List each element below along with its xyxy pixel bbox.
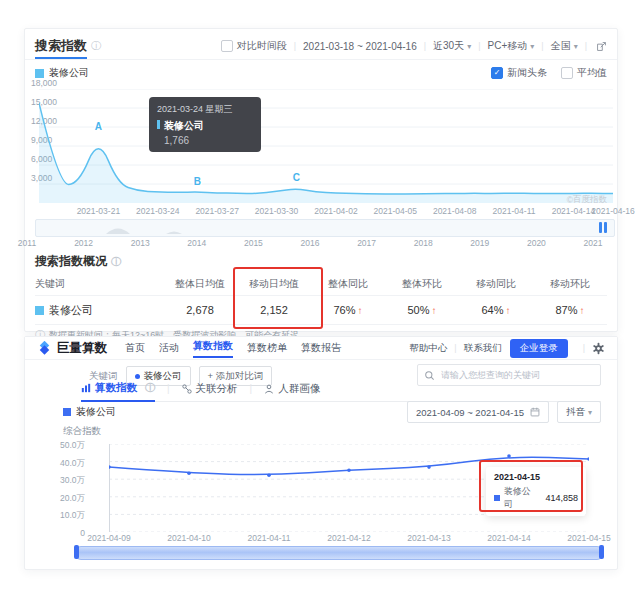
tab-relation[interactable]: 关联分析 xyxy=(182,382,238,401)
date-range-picker[interactable]: 2021-04-09 ~ 2021-04-15 xyxy=(407,401,549,423)
info-icon: ⓘ xyxy=(111,255,121,269)
keyword-cell: 装修公司 xyxy=(35,303,163,318)
chevron-down-icon: ▾ xyxy=(467,42,471,51)
series-legend[interactable]: 装修公司 xyxy=(63,405,116,419)
person-icon xyxy=(264,384,274,394)
nav-item-index[interactable]: 算数指数 xyxy=(193,339,233,358)
ocean-engine-logo xyxy=(37,341,52,356)
ocean-header: 巨量算数 首页 活动 算数指数 算数榜单 算数报告 帮助中心 | 联系我们 企业… xyxy=(25,337,617,360)
help-center-link[interactable]: 帮助中心 xyxy=(409,342,447,355)
mobile-avg-cell: 2,152 xyxy=(237,304,311,316)
table-row[interactable]: 装修公司 2,678 2,152 76%↑ 50%↑ 64%↑ 87%↑ xyxy=(35,296,607,325)
overall-avg-cell: 2,678 xyxy=(163,304,237,316)
mobile-yoy-cell: 64%↑ xyxy=(459,304,533,316)
svg-text:A: A xyxy=(95,121,102,132)
up-arrow-icon: ↑ xyxy=(358,305,363,316)
nav-item-activity[interactable]: 活动 xyxy=(159,341,179,355)
svg-text:B: B xyxy=(194,176,201,187)
overall-yoy-cell: 76%↑ xyxy=(311,304,385,316)
tab-index[interactable]: 算数指数ⓘ xyxy=(81,381,155,402)
watermark: ©百度指数 xyxy=(567,194,607,206)
brand-name: 巨量算数 xyxy=(57,340,107,357)
platform-select[interactable]: 抖音▾ xyxy=(557,401,601,423)
brush-handle-right[interactable] xyxy=(599,545,604,559)
nav-item-reports[interactable]: 算数报告 xyxy=(301,341,341,355)
nav-item-home[interactable]: 首页 xyxy=(125,341,145,355)
tab-audience[interactable]: 人群画像 xyxy=(264,382,320,401)
contact-us-link[interactable]: 联系我们 xyxy=(464,342,502,355)
chart-legend-row: 装修公司 ✓新闻头条 平均值 xyxy=(35,66,607,80)
chevron-down-icon: ▾ xyxy=(574,42,578,51)
timeline-handle[interactable] xyxy=(599,222,607,233)
login-button[interactable]: 企业登录 xyxy=(510,339,568,358)
period-select[interactable]: 近30天▾ xyxy=(433,39,471,53)
baidu-title-tab[interactable]: 搜索指数 ⓘ xyxy=(35,37,101,55)
search-index-chart[interactable]: ABC xyxy=(39,89,613,203)
date-range-picker[interactable]: 2021-03-18 ~ 2021-04-16 xyxy=(303,41,417,52)
checked-checkbox-icon: ✓ xyxy=(491,67,503,79)
brush-handle-left[interactable] xyxy=(74,545,79,559)
page: 搜索指数 ⓘ 对比时间段 | 2021-03-18 ~ 2021-04-16 |… xyxy=(0,0,640,596)
chart-tooltip: 2021-04-15 装修公司 414,858 xyxy=(486,467,586,516)
tooltip-series: 装修公司 xyxy=(157,119,253,133)
info-icon: ⓘ xyxy=(91,39,101,53)
radio-dot-icon xyxy=(135,374,140,379)
unchecked-checkbox-icon xyxy=(561,67,573,79)
x-axis-labels: 2021-03-212021-03-242021-03-272021-03-30… xyxy=(39,206,613,216)
series-color-dot xyxy=(494,495,500,501)
table-header-row: 关键词 整体日均值 移动日均值 整体同比 整体环比 移动同比 移动环比 xyxy=(35,273,607,296)
relation-icon xyxy=(182,384,192,394)
search-icon xyxy=(424,370,435,381)
tooltip-value: 414,858 xyxy=(545,493,578,503)
baidu-index-panel: 搜索指数 ⓘ 对比时间段 | 2021-03-18 ~ 2021-04-16 |… xyxy=(24,28,618,332)
tooltip-series: 装修公司 414,858 xyxy=(494,485,578,511)
series-color-swatch xyxy=(35,69,44,78)
compare-label: 对比时间段 xyxy=(237,39,287,53)
baidu-toolbar: 对比时间段 | 2021-03-18 ~ 2021-04-16 | 近30天▾ … xyxy=(221,39,607,53)
chart-controls: 2021-04-09 ~ 2021-04-15 抖音▾ xyxy=(407,401,601,423)
up-arrow-icon: ↑ xyxy=(580,305,585,316)
news-toggle[interactable]: ✓新闻头条 xyxy=(491,66,547,80)
overview-table: 关键词 整体日均值 移动日均值 整体同比 整体环比 移动同比 移动环比 装修公司… xyxy=(35,273,607,325)
series-color-swatch xyxy=(63,408,71,416)
tooltip-date: 2021-04-15 xyxy=(494,472,578,482)
series-color-swatch xyxy=(35,306,44,315)
y-axis-labels: 010.0万20.0万30.0万40.0万50.0万 xyxy=(51,444,85,532)
page-title: 搜索指数 xyxy=(35,37,87,55)
timeline-mini-chart xyxy=(36,220,612,234)
calendar-icon xyxy=(530,407,540,417)
baidu-header: 搜索指数 ⓘ 对比时间段 | 2021-03-18 ~ 2021-04-16 |… xyxy=(35,36,607,56)
timeline-year-labels: 2011 2012 2013 2014 2015 2016 2017 2018 … xyxy=(27,238,593,248)
export-icon[interactable] xyxy=(596,41,607,52)
chevron-down-icon: ▾ xyxy=(588,408,592,417)
range-brush-slider[interactable] xyxy=(75,546,603,560)
tab-strip: 算数指数ⓘ | 关联分析 | 人群画像 xyxy=(81,381,601,402)
gear-icon[interactable] xyxy=(592,342,605,355)
compare-checkbox[interactable] xyxy=(221,40,233,52)
main-nav: 首页 活动 算数指数 算数榜单 算数报告 xyxy=(125,339,341,358)
x-axis-labels: 2021-04-092021-04-102021-04-112021-04-12… xyxy=(109,533,589,543)
svg-text:C: C xyxy=(293,172,300,183)
series-legend[interactable]: 装修公司 xyxy=(35,66,89,80)
timeline-slider[interactable] xyxy=(35,219,615,237)
region-select[interactable]: 全国▾ xyxy=(551,39,578,53)
average-toggle[interactable]: 平均值 xyxy=(561,66,607,80)
bar-chart-icon xyxy=(81,383,91,393)
up-arrow-icon: ↑ xyxy=(506,305,511,316)
overview-section-title: 搜索指数概况ⓘ xyxy=(35,253,121,270)
chart-subtitle: 综合指数 xyxy=(63,425,101,438)
overall-mom-cell: 50%↑ xyxy=(385,304,459,316)
device-select[interactable]: PC+移动▾ xyxy=(488,39,535,53)
info-icon: ⓘ xyxy=(145,381,155,395)
nav-item-rankings[interactable]: 算数榜单 xyxy=(247,341,287,355)
search-input[interactable] xyxy=(439,369,594,381)
chevron-down-icon: ▾ xyxy=(530,42,534,51)
mobile-mom-cell: 87%↑ xyxy=(533,304,607,316)
ocean-data-panel: 巨量算数 首页 活动 算数指数 算数榜单 算数报告 帮助中心 | 联系我们 企业… xyxy=(24,336,618,570)
tooltip-value: 1,766 xyxy=(157,135,253,146)
series-color-bar xyxy=(157,120,160,129)
tooltip-date: 2021-03-24 星期三 xyxy=(157,103,253,116)
chart-tooltip: 2021-03-24 星期三 装修公司 1,766 xyxy=(149,97,261,152)
up-arrow-icon: ↑ xyxy=(432,305,437,316)
